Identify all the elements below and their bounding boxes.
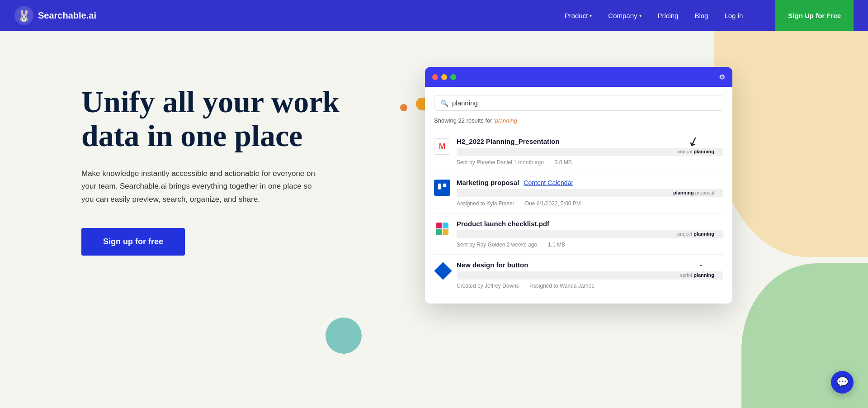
chat-icon: 💬 xyxy=(836,376,849,388)
result-link[interactable]: Content Calendar xyxy=(524,179,573,186)
navbar: 🐰 Searchable.ai Product ▾ Company ▾ Pric… xyxy=(0,0,868,31)
result-content: New design for button sprint planning Cr… xyxy=(457,261,723,289)
result-meta: Sent by Phoebe Daniel 1 month ago 3.8 MB xyxy=(457,159,723,166)
chevron-down-icon: ▾ xyxy=(639,13,642,18)
snippet-highlight: sprint planning xyxy=(680,272,714,278)
result-snippet-bar: sprint planning xyxy=(457,271,723,280)
result-title: H2_2022 Planning_Presentation xyxy=(457,138,560,145)
hero-subtitle: Make knowledge instantly accessible and … xyxy=(81,167,316,207)
result-title-row: H2_2022 Planning_Presentation xyxy=(457,138,723,145)
nav-pricing[interactable]: Pricing xyxy=(658,12,679,19)
window-dots xyxy=(432,74,456,80)
result-item: Marketing proposal Content Calendar plan… xyxy=(434,172,723,213)
nav-links: Product ▾ Company ▾ Pricing Blog Log in … xyxy=(565,0,854,31)
hero-cta-button[interactable]: Sign up for free xyxy=(81,228,185,256)
window-maximize-dot[interactable] xyxy=(450,74,456,80)
app-window: ⚙ 🔍 planning Showing 22 results for 'pla… xyxy=(425,67,732,304)
logo-icon: 🐰 xyxy=(14,6,33,25)
jira-icon-wrap xyxy=(434,262,450,278)
result-snippet-bar: annual planning xyxy=(457,148,723,156)
bg-dot-teal xyxy=(326,318,362,354)
window-close-dot[interactable] xyxy=(432,74,438,80)
nav-blog[interactable]: Blog xyxy=(694,12,708,19)
svg-rect-3 xyxy=(443,184,446,187)
result-title-row: Marketing proposal Content Calendar xyxy=(457,179,723,186)
result-content: Marketing proposal Content Calendar plan… xyxy=(457,179,723,207)
gmail-icon: M xyxy=(434,138,450,155)
search-bar[interactable]: 🔍 planning xyxy=(434,95,723,111)
search-icon: 🔍 xyxy=(441,100,448,107)
hero-left: Unify all your work data in one place Ma… xyxy=(81,58,344,256)
svg-text:🐰: 🐰 xyxy=(17,9,31,22)
result-snippet-bar: project planning xyxy=(457,230,723,238)
window-minimize-dot[interactable] xyxy=(441,74,447,80)
result-content: H2_2022 Planning_Presentation annual pla… xyxy=(457,138,723,166)
result-title-row: New design for button xyxy=(457,261,723,269)
nav-signup-button[interactable]: Sign Up for Free xyxy=(775,0,854,31)
search-value: planning xyxy=(452,99,478,107)
result-title-row: Product launch checklist.pdf xyxy=(457,220,723,228)
result-title: New design for button xyxy=(457,261,528,269)
result-title: Marketing proposal xyxy=(457,179,519,186)
results-summary: Showing 22 results for 'planning' xyxy=(434,117,723,124)
result-item: Product launch checklist.pdf project pla… xyxy=(434,213,723,255)
cursor-decor2: ↑ xyxy=(698,261,703,273)
snippet-highlight: planning proposal xyxy=(673,190,714,195)
hero-section: Unify all your work data in one place Ma… xyxy=(0,31,868,408)
result-item: New design for button sprint planning Cr… xyxy=(434,255,723,295)
svg-rect-2 xyxy=(438,184,441,190)
slack-icon xyxy=(434,221,450,237)
nav-product[interactable]: Product ▾ xyxy=(565,12,592,19)
hero-right: ↙ ↑ ⚙ 🔍 planning S xyxy=(344,58,814,304)
hero-title: Unify all your work data in one place xyxy=(81,85,344,153)
result-item: M H2_2022 Planning_Presentation annual p… xyxy=(434,131,723,172)
snippet-highlight: project planning xyxy=(677,231,714,237)
jira-icon xyxy=(434,262,452,280)
chat-bubble[interactable]: 💬 xyxy=(831,371,854,394)
result-meta: Assigned to Kyla Fraser Due 6/1/2022, 5:… xyxy=(457,200,723,207)
trello-icon xyxy=(434,180,450,196)
result-meta: Sent by Ray Golden 2 weeks ago 1.1 MB xyxy=(457,242,723,248)
result-snippet-bar: planning proposal xyxy=(457,189,723,197)
logo-text: Searchable.ai xyxy=(38,10,96,21)
gear-icon[interactable]: ⚙ xyxy=(719,73,725,81)
chevron-down-icon: ▾ xyxy=(590,13,592,18)
result-content: Product launch checklist.pdf project pla… xyxy=(457,220,723,248)
logo-link[interactable]: 🐰 Searchable.ai xyxy=(14,6,96,25)
window-titlebar: ⚙ xyxy=(425,67,732,87)
result-meta: Created by Jeffrey Downs Assigned to Wan… xyxy=(457,283,723,289)
snippet-highlight: annual planning xyxy=(677,149,714,154)
result-title: Product launch checklist.pdf xyxy=(457,220,549,228)
nav-company[interactable]: Company ▾ xyxy=(608,12,641,19)
nav-login[interactable]: Log in xyxy=(724,12,743,19)
window-body: 🔍 planning Showing 22 results for 'plann… xyxy=(425,87,732,304)
